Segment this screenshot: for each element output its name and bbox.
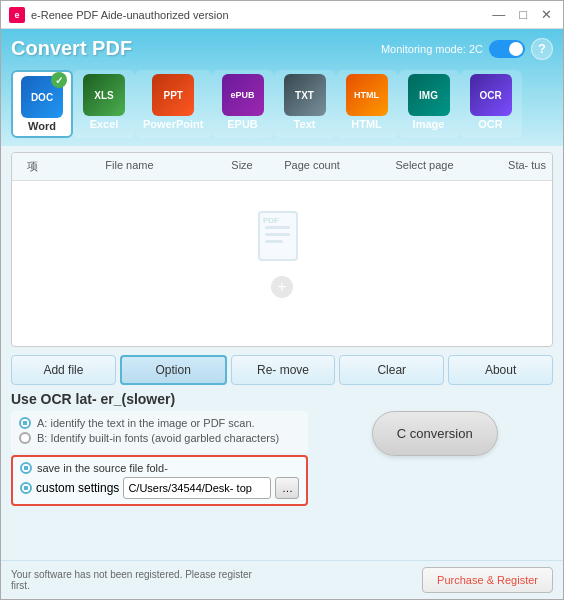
ppt-label: PowerPoint bbox=[143, 118, 204, 130]
title-bar-left: e e-Renee PDF Aide-unauthorized version bbox=[9, 7, 229, 23]
format-image[interactable]: IMG Image bbox=[398, 70, 460, 138]
app-icon: e bbox=[9, 7, 25, 23]
footer: Your software has not been registered. P… bbox=[1, 560, 563, 599]
ocr-options: A: identify the text in the image or PDF… bbox=[11, 411, 308, 453]
ocr-option-b-label: B: Identify built-in fonts (avoid garble… bbox=[37, 432, 279, 444]
convert-button[interactable]: C conversion bbox=[372, 411, 498, 456]
close-button[interactable]: ✕ bbox=[538, 7, 555, 22]
option-button[interactable]: Option bbox=[120, 355, 227, 385]
pdf-icon: PDF bbox=[257, 210, 307, 270]
add-plus-icon: + bbox=[271, 276, 293, 298]
header-area: Convert PDF Monitoring mode: 2C ? DOC ✓ … bbox=[1, 29, 563, 146]
excel-icon-box: XLS bbox=[83, 74, 125, 116]
format-ocr[interactable]: OCR OCR bbox=[460, 70, 522, 138]
excel-icon-text: XLS bbox=[94, 90, 113, 101]
output-path-input[interactable] bbox=[123, 477, 271, 499]
output-save-radio[interactable] bbox=[20, 462, 32, 474]
word-check-badge: ✓ bbox=[51, 72, 67, 88]
add-file-button[interactable]: Add file bbox=[11, 355, 116, 385]
output-section: save in the source file fold- custom set… bbox=[11, 455, 308, 506]
col-pagecount: Page count bbox=[277, 157, 347, 176]
output-save-label: save in the source file fold- bbox=[37, 462, 168, 474]
clear-button[interactable]: Clear bbox=[339, 355, 444, 385]
table-body: PDF + bbox=[12, 181, 552, 326]
format-powerpoint[interactable]: PPT PowerPoint bbox=[135, 70, 212, 138]
minimize-button[interactable]: — bbox=[489, 7, 508, 22]
ocr-option-b-row: B: Identify built-in fonts (avoid garble… bbox=[19, 432, 300, 444]
txt-label: Text bbox=[294, 118, 316, 130]
conversion-area: C conversion bbox=[316, 391, 553, 456]
format-epub[interactable]: ePUB EPUB bbox=[212, 70, 274, 138]
col-size: Size bbox=[207, 157, 277, 176]
img-icon-box: IMG bbox=[408, 74, 450, 116]
word-icon-box: DOC ✓ bbox=[21, 76, 63, 118]
txt-icon-text: TXT bbox=[295, 90, 314, 101]
svg-rect-3 bbox=[265, 240, 283, 243]
output-custom-radio[interactable] bbox=[20, 482, 32, 494]
format-icons-row: DOC ✓ Word XLS Excel PPT PowerPoint ePUB bbox=[1, 64, 563, 146]
format-html[interactable]: HTML HTML bbox=[336, 70, 398, 138]
word-icon-text: DOC bbox=[31, 92, 53, 103]
header-top: Convert PDF Monitoring mode: 2C ? bbox=[1, 29, 563, 64]
col-status: Sta- tus bbox=[502, 157, 552, 176]
ocr-icon-text: OCR bbox=[479, 90, 501, 101]
ocr-option-a-radio[interactable] bbox=[19, 417, 31, 429]
epub-label: EPUB bbox=[227, 118, 258, 130]
svg-rect-2 bbox=[265, 233, 290, 236]
excel-label: Excel bbox=[90, 118, 119, 130]
ocr-option-b-radio[interactable] bbox=[19, 432, 31, 444]
ocr-section: Use OCR lat- er_(slower) A: identify the… bbox=[11, 391, 308, 453]
file-table: 项 File name Size Page count Select page … bbox=[11, 152, 553, 347]
svg-rect-1 bbox=[265, 226, 290, 229]
purchase-button[interactable]: Purchase & Register bbox=[422, 567, 553, 593]
col-selectpage: Select page bbox=[347, 157, 502, 176]
ocr-option-a-label: A: identify the text in the image or PDF… bbox=[37, 417, 255, 429]
ocr-title: Use OCR lat- er_(slower) bbox=[11, 391, 308, 407]
output-path-row: custom settings … bbox=[20, 477, 299, 499]
lower-left: Use OCR lat- er_(slower) A: identify the… bbox=[11, 391, 308, 506]
txt-icon-box: TXT bbox=[284, 74, 326, 116]
output-save-row: save in the source file fold- bbox=[20, 462, 299, 474]
browse-button[interactable]: … bbox=[275, 477, 299, 499]
maximize-button[interactable]: □ bbox=[516, 7, 530, 22]
ocr-option-a-row: A: identify the text in the image or PDF… bbox=[19, 417, 300, 429]
monitoring-label: Monitoring mode: 2C bbox=[381, 43, 483, 55]
pdf-placeholder: PDF + bbox=[257, 210, 307, 298]
main-content: 项 File name Size Page count Select page … bbox=[1, 146, 563, 560]
lower-section: Use OCR lat- er_(slower) A: identify the… bbox=[11, 391, 553, 506]
format-word[interactable]: DOC ✓ Word bbox=[11, 70, 73, 138]
title-bar-controls: — □ ✕ bbox=[489, 7, 555, 22]
img-label: Image bbox=[413, 118, 445, 130]
action-buttons-row: Add file Option Re- move Clear About bbox=[11, 355, 553, 385]
output-custom-label: custom settings bbox=[36, 481, 119, 495]
html-icon-text: HTML bbox=[354, 90, 379, 100]
footer-notice: Your software has not been registered. P… bbox=[11, 569, 271, 591]
img-icon-text: IMG bbox=[419, 90, 438, 101]
format-excel[interactable]: XLS Excel bbox=[73, 70, 135, 138]
monitoring-toggle[interactable] bbox=[489, 40, 525, 58]
remove-button[interactable]: Re- move bbox=[231, 355, 336, 385]
app-title: Convert PDF bbox=[11, 33, 132, 64]
help-button[interactable]: ? bbox=[531, 38, 553, 60]
col-filename: File name bbox=[52, 157, 207, 176]
window-title: e-Renee PDF Aide-unauthorized version bbox=[31, 9, 229, 21]
app-window: e e-Renee PDF Aide-unauthorized version … bbox=[0, 0, 564, 600]
ocr-icon-box: OCR bbox=[470, 74, 512, 116]
ppt-icon-text: PPT bbox=[164, 90, 183, 101]
html-label: HTML bbox=[351, 118, 382, 130]
html-icon-box: HTML bbox=[346, 74, 388, 116]
about-button[interactable]: About bbox=[448, 355, 553, 385]
word-label: Word bbox=[28, 120, 56, 132]
svg-text:PDF: PDF bbox=[263, 216, 279, 225]
ppt-icon-box: PPT bbox=[152, 74, 194, 116]
toggle-knob bbox=[509, 42, 523, 56]
ocr-label: OCR bbox=[478, 118, 502, 130]
col-index: 项 bbox=[12, 157, 52, 176]
monitoring-area: Monitoring mode: 2C ? bbox=[381, 38, 553, 60]
format-text[interactable]: TXT Text bbox=[274, 70, 336, 138]
title-bar: e e-Renee PDF Aide-unauthorized version … bbox=[1, 1, 563, 29]
table-header: 项 File name Size Page count Select page … bbox=[12, 153, 552, 181]
epub-icon-text: ePUB bbox=[231, 90, 255, 100]
epub-icon-box: ePUB bbox=[222, 74, 264, 116]
